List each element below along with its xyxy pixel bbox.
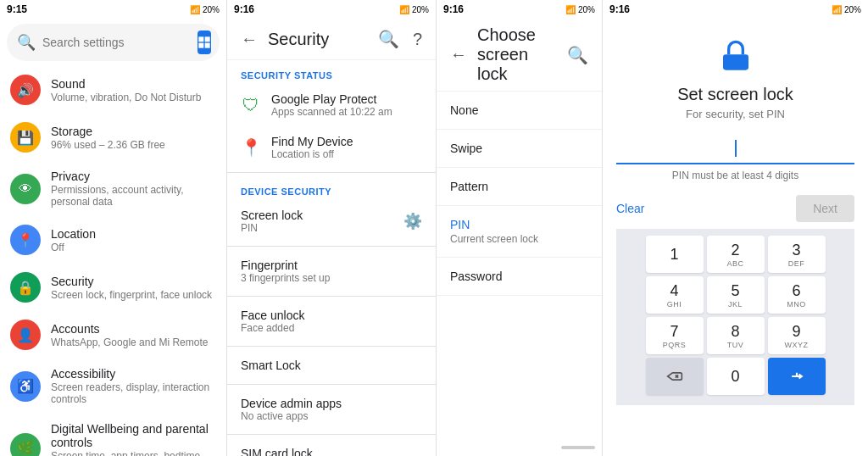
choose-lock-header: ← Choose screen lock 🔍 (437, 19, 602, 92)
pin-subtitle: For security, set PIN (686, 108, 785, 120)
numpad-row-4: 0 (623, 358, 848, 395)
status-bar-panel4: 9:16 📶 20% (603, 0, 868, 19)
choose-lock-title: Choose screen lock (477, 25, 557, 84)
key-3[interactable]: 3DEF (768, 236, 826, 273)
accessibility-sub: Screen readers, display, interaction con… (51, 381, 216, 405)
back-icon[interactable]: ← (237, 26, 261, 53)
google-play-protect-item[interactable]: 🛡 Google Play Protect Apps scanned at 10… (227, 84, 436, 126)
time-panel2: 9:16 (234, 3, 254, 15)
key-9[interactable]: 9WXYZ (768, 317, 826, 354)
time-panel3: 9:16 (443, 3, 464, 15)
storage-title: Storage (51, 125, 216, 138)
device-security-label: DEVICE SECURITY (227, 176, 436, 200)
status-icons-panel3: 📶 20% (565, 5, 595, 14)
key-2[interactable]: 2ABC (707, 236, 765, 273)
divider3 (227, 296, 436, 297)
fmd-icon: 📍 (241, 137, 261, 158)
scroll-indicator (561, 446, 595, 449)
sidebar-item-location[interactable]: 📍 Location Off (0, 216, 226, 264)
key-4[interactable]: 4GHI (646, 276, 704, 314)
wellbeing-title: Digital Wellbeing and parental controls (51, 422, 216, 449)
numpad-row-1: 1 2ABC 3DEF (623, 236, 848, 273)
battery-panel1: 20% (203, 5, 220, 14)
key-1[interactable]: 1 (646, 236, 704, 273)
fingerprint-item[interactable]: Fingerprint 3 fingerprints set up (227, 250, 436, 292)
sound-sub: Volume, vibration, Do Not Disturb (51, 92, 216, 103)
location-sub: Off (51, 242, 216, 253)
divider6 (227, 434, 436, 435)
wellbeing-sub: Screen time, app timers, bedtime schedul… (51, 450, 216, 456)
status-icons-panel2: 📶 20% (399, 5, 429, 14)
sidebar-item-accessibility[interactable]: ♿ Accessibility Screen readers, display,… (0, 359, 226, 414)
numpad-row-3: 7PQRS 8TUV 9WXYZ (623, 317, 848, 354)
screen-lock-title: Screen lock (241, 209, 393, 222)
pin-input-field[interactable] (616, 134, 854, 164)
battery-panel2: 20% (412, 5, 429, 14)
lock-icon-container (715, 36, 756, 76)
fingerprint-title: Fingerprint (241, 259, 422, 272)
sidebar-item-storage[interactable]: 💾 Storage 96% used – 2.36 GB free (0, 114, 226, 161)
enter-key[interactable] (768, 358, 826, 395)
wellbeing-icon: 🌿 (10, 433, 41, 457)
avatar[interactable] (198, 31, 211, 54)
key-7[interactable]: 7PQRS (646, 317, 704, 354)
search-icon-p3[interactable]: 🔍 (564, 42, 592, 69)
status-icons-panel1: 📶 20% (190, 5, 220, 14)
sidebar-item-privacy[interactable]: 👁 Privacy Permissions, account activity,… (0, 161, 226, 216)
lock-option-swipe-title: Swipe (450, 142, 588, 155)
divider4 (227, 346, 436, 347)
key-0[interactable]: 0 (707, 358, 765, 395)
search-input[interactable] (42, 36, 191, 49)
screen-lock-item[interactable]: Screen lock PIN ⚙️ (227, 200, 436, 242)
lock-option-pin-sub: Current screen lock (450, 233, 588, 245)
sidebar-item-security[interactable]: 🔒 Security Screen lock, fingerprint, fac… (0, 264, 226, 311)
storage-icon: 💾 (10, 122, 41, 153)
lock-option-password[interactable]: Password (437, 258, 602, 296)
smart-lock-title: Smart Lock (241, 359, 422, 372)
sound-icon: 🔊 (10, 75, 41, 105)
admin-apps-item[interactable]: Device admin apps No active apps (227, 388, 436, 431)
lock-option-pattern-title: Pattern (450, 180, 588, 193)
lock-options-list: None Swipe Pattern PIN Current screen lo… (437, 92, 602, 296)
key-5[interactable]: 5JKL (707, 276, 765, 314)
sidebar-item-sound[interactable]: 🔊 Sound Volume, vibration, Do Not Distur… (0, 66, 226, 114)
choose-screen-lock-panel: 9:16 📶 20% ← Choose screen lock 🔍 None S… (437, 0, 603, 456)
sound-title: Sound (51, 77, 216, 91)
lock-option-swipe[interactable]: Swipe (437, 130, 602, 168)
next-button[interactable]: Next (796, 195, 854, 222)
back-icon-p3[interactable]: ← (447, 42, 470, 68)
security-status-label: SECURITY STATUS (227, 60, 436, 84)
screen-lock-sub: PIN (241, 222, 393, 234)
fingerprint-sub: 3 fingerprints set up (241, 272, 422, 284)
location-title: Location (51, 227, 216, 241)
pin-actions: Clear Next (616, 192, 854, 229)
sidebar-item-accounts[interactable]: 👤 Accounts WhatsApp, Google and Mi Remot… (0, 311, 226, 359)
security-icon: 🔒 (10, 272, 41, 303)
backspace-icon (666, 370, 683, 383)
clear-button[interactable]: Clear (616, 202, 644, 215)
lock-option-pattern[interactable]: Pattern (437, 168, 602, 206)
svg-rect-3 (205, 43, 210, 48)
face-unlock-item[interactable]: Face unlock Face added (227, 300, 436, 342)
backspace-key[interactable] (646, 358, 704, 395)
sidebar-item-wellbeing[interactable]: 🌿 Digital Wellbeing and parental control… (0, 414, 226, 456)
find-my-device-item[interactable]: 📍 Find My Device Location is off (227, 126, 436, 169)
help-icon[interactable]: ? (409, 26, 426, 53)
search-icon-security[interactable]: 🔍 (375, 25, 403, 53)
accounts-title: Accounts (51, 322, 216, 336)
lock-option-pin[interactable]: PIN Current screen lock (437, 206, 602, 258)
key-8[interactable]: 8TUV (707, 317, 765, 354)
pin-hint: PIN must be at least 4 digits (672, 170, 798, 181)
search-bar[interactable]: 🔍 (7, 24, 220, 61)
accessibility-title: Accessibility (51, 367, 216, 381)
gear-icon[interactable]: ⚙️ (403, 212, 422, 231)
security-sub: Screen lock, fingerprint, face unlock (51, 289, 216, 301)
key-6[interactable]: 6MNO (768, 276, 826, 314)
lock-icon (719, 39, 753, 73)
search-icon: 🔍 (17, 33, 36, 52)
lock-option-none[interactable]: None (437, 92, 602, 130)
status-bar-panel2: 9:16 📶 20% (227, 0, 436, 19)
smart-lock-item[interactable]: Smart Lock (227, 350, 436, 381)
sim-lock-item[interactable]: SIM card lock (227, 438, 436, 456)
security-title: Security (51, 275, 216, 288)
